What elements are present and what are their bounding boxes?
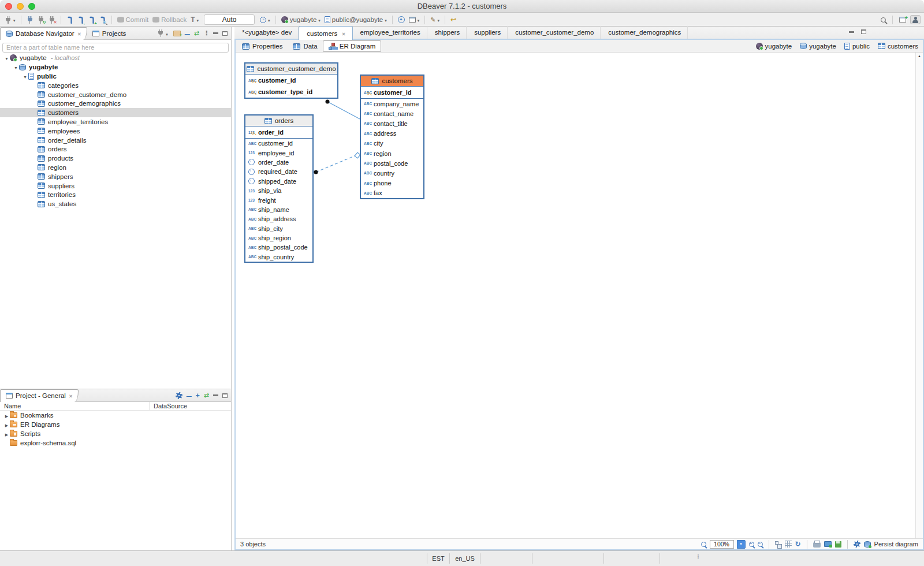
entity-header[interactable]: customer_customer_demo (245, 64, 337, 75)
entity-column[interactable]: ship_address (245, 214, 312, 224)
transaction-mode-button[interactable] (189, 15, 200, 24)
transaction-log-button[interactable] (259, 16, 271, 24)
collapse-all-icon[interactable] (187, 392, 192, 399)
expand-all-icon[interactable] (196, 392, 200, 400)
minimize-view-icon[interactable] (849, 31, 854, 33)
entity-column[interactable]: order_date (245, 158, 312, 167)
project-item-row[interactable]: ER Diagrams (0, 420, 231, 429)
toggle-grid-icon[interactable] (785, 541, 792, 548)
entity-column[interactable]: employee_id (245, 148, 312, 157)
new-connection-button[interactable] (3, 16, 17, 24)
tree-table-row[interactable]: categories (0, 81, 231, 90)
autocommit-select[interactable]: Auto (204, 14, 255, 25)
save-diagram-icon[interactable] (835, 541, 841, 548)
tree-table-row[interactable]: territories (0, 190, 231, 199)
diagram-settings-icon[interactable] (854, 541, 860, 548)
format-button[interactable] (429, 16, 441, 24)
tree-table-row[interactable]: customer_customer_demo (0, 90, 231, 99)
entity-column[interactable]: contact_title (361, 118, 423, 128)
minimize-view-icon[interactable] (213, 32, 218, 34)
tree-table-row[interactable]: employees (0, 126, 231, 136)
new-connection-button[interactable] (156, 29, 169, 38)
er-diagram-canvas[interactable]: customer_customer_demo customer_id (236, 53, 923, 538)
tree-table-row[interactable]: customer_demographics (0, 99, 231, 108)
entity-column[interactable]: customer_id (361, 87, 423, 98)
table-filter-input[interactable] (2, 43, 229, 53)
project-item-row[interactable]: explorr-schema.sql (0, 438, 231, 448)
dba-perspective-button[interactable] (910, 15, 921, 24)
entity-column[interactable]: city (361, 139, 423, 148)
editor-tab[interactable]: customers (299, 26, 352, 40)
tree-table-row[interactable]: us_states (0, 199, 231, 208)
arrange-diagram-icon[interactable] (775, 541, 781, 548)
editor-tab[interactable]: *<yugabyte> dev (234, 26, 299, 39)
schema-selector[interactable]: public@yugabyte (323, 16, 388, 24)
persist-diagram-label[interactable]: Persist diagram (874, 541, 918, 548)
link-with-editor-icon[interactable] (204, 392, 209, 399)
editor-tab[interactable]: customer_customer_demo (508, 26, 601, 39)
vertical-scrollbar[interactable]: ▲ (915, 53, 923, 538)
sql-editor-button[interactable] (65, 16, 74, 24)
search-in-diagram-icon[interactable] (701, 542, 706, 547)
entity-column[interactable]: ship_region (245, 233, 312, 243)
project-item-row[interactable]: Scripts (0, 429, 231, 438)
collapse-arrow-icon[interactable] (3, 430, 10, 437)
tree-table-row[interactable]: products (0, 154, 231, 163)
entity-column[interactable]: ship_country (245, 252, 312, 262)
link-with-editor-icon[interactable] (194, 29, 199, 37)
zoom-out-icon[interactable]: − (758, 542, 763, 547)
time-settings-button[interactable] (397, 16, 406, 24)
entity-column[interactable]: ship_via (245, 186, 312, 195)
entity-column[interactable]: ship_name (245, 205, 312, 214)
entity-column[interactable]: customer_id (245, 75, 337, 86)
collapse-arrow-icon[interactable] (3, 421, 10, 428)
maximize-view-icon[interactable] (222, 393, 228, 398)
entity-column[interactable]: contact_name (361, 109, 423, 118)
close-icon[interactable] (77, 30, 81, 37)
open-sql-script-button[interactable]: 🔍 (98, 16, 107, 24)
editor-tab[interactable]: employee_territories (353, 26, 427, 39)
entity-box[interactable]: customers customer_id (360, 75, 424, 199)
maximize-view-icon[interactable] (222, 31, 228, 36)
locale-indicator[interactable]: en_US (450, 551, 480, 566)
commit-button[interactable]: Commit (116, 16, 150, 24)
breadcrumb-item[interactable]: yugabyte (800, 43, 836, 50)
entity-box[interactable]: orders order_id (244, 114, 314, 263)
tree-table-row[interactable]: suppliers (0, 181, 231, 191)
column-header-name[interactable]: Name (0, 403, 149, 409)
zoom-in-icon[interactable]: + (749, 542, 754, 547)
entity-column[interactable]: company_name (361, 99, 423, 109)
window-layout-button[interactable] (408, 16, 421, 24)
close-icon[interactable] (69, 392, 73, 399)
project-item-row[interactable]: Bookmarks (0, 411, 231, 420)
entity-column[interactable]: address (361, 129, 423, 139)
minimize-view-icon[interactable] (213, 394, 218, 396)
zoom-level-input[interactable] (710, 540, 734, 549)
entity-column[interactable]: customer_id (245, 139, 312, 148)
entity-column[interactable]: phone (361, 178, 423, 188)
new-sql-editor-button[interactable]: + (87, 16, 96, 24)
collapse-arrow-icon[interactable] (3, 412, 10, 419)
rollback-button[interactable]: Rollback (151, 16, 188, 24)
persist-diagram-icon[interactable] (864, 541, 871, 548)
print-diagram-icon[interactable] (813, 542, 821, 548)
tree-connection-row[interactable]: yugabyte - localhost (0, 54, 231, 63)
entity-column[interactable]: postal_code (361, 158, 423, 168)
editor-tab[interactable]: suppliers (467, 26, 508, 39)
connect-button[interactable] (25, 16, 35, 24)
entity-column[interactable]: fax (361, 188, 423, 198)
expand-arrow-icon[interactable] (22, 73, 28, 80)
expand-arrow-icon[interactable] (3, 54, 10, 61)
reconnect-button[interactable]: ↻ (36, 16, 46, 24)
editor-subtab[interactable]: Properties (237, 40, 288, 52)
breadcrumb-item[interactable]: yugabyte (756, 43, 792, 50)
refresh-diagram-icon[interactable] (795, 540, 801, 548)
breadcrumb-item[interactable]: customers (878, 43, 918, 50)
tree-database-row[interactable]: yugabyte (0, 62, 231, 72)
entity-column[interactable]: ship_postal_code (245, 243, 312, 252)
view-menu-icon[interactable] (203, 29, 209, 37)
close-icon[interactable] (341, 30, 345, 37)
entity-column[interactable]: shipped_date (245, 177, 312, 186)
entity-column[interactable]: required_date (245, 167, 312, 176)
tree-table-row[interactable]: shippers (0, 172, 231, 181)
